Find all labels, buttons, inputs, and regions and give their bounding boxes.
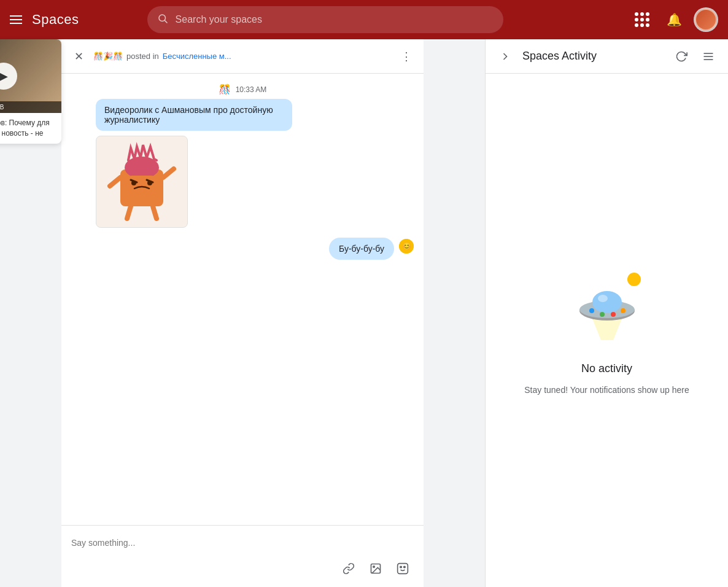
avatar-image (695, 9, 717, 31)
svg-point-16 (373, 566, 375, 568)
svg-point-8 (147, 181, 152, 185)
svg-point-27 (598, 295, 608, 302)
svg-line-11 (127, 206, 131, 219)
emoji-button[interactable] (392, 558, 414, 580)
video-person-label: ИГОРЬ АШМАНОВ (0, 101, 61, 113)
svg-line-1 (165, 20, 167, 23)
panel-menu-button[interactable] (699, 47, 718, 66)
search-input[interactable] (176, 14, 494, 25)
top-navigation: Spaces 🔔 (0, 0, 728, 39)
svg-point-19 (404, 566, 406, 568)
svg-point-0 (159, 15, 166, 21)
chat-panel: ▶ ИГОРЬ АШМАНОВ Игорь Ашманов: Почему дл… (61, 39, 424, 587)
chat-messages: 🎊 10:33 AM Видеоролик с Ашмановым про до… (61, 74, 424, 525)
apps-button[interactable] (630, 7, 654, 32)
svg-point-26 (592, 291, 622, 313)
chat-input-area (61, 525, 424, 587)
svg-line-10 (163, 169, 174, 177)
message-group: 🎊 10:33 AM Видеоролик с Ашмановым про до… (71, 84, 414, 260)
panel-title: Spaces Activity (522, 50, 664, 63)
refresh-button[interactable] (672, 47, 691, 66)
grid-icon (635, 12, 649, 27)
svg-text:😊: 😊 (402, 241, 411, 251)
sticker-image (96, 136, 188, 228)
bell-icon: 🔔 (667, 12, 682, 27)
message-header: 🎊 10:33 AM (71, 84, 414, 95)
link-button[interactable] (338, 558, 360, 580)
empty-illustration (564, 266, 650, 352)
reply-avatar: 😊 (399, 239, 414, 254)
chat-tools (71, 558, 414, 580)
svg-point-7 (131, 181, 136, 185)
play-icon: ▶ (0, 69, 8, 83)
nav-right-actions: 🔔 (630, 7, 718, 32)
message-timestamp: 10:33 AM (236, 85, 267, 94)
empty-state: No activity Stay tuned! Your notificatio… (486, 74, 728, 587)
reply-row: Бу-бу-бу-бу 😊 (71, 233, 414, 260)
sticker-message (96, 136, 414, 228)
image-button[interactable] (365, 558, 387, 580)
right-panel: Spaces Activity (485, 39, 728, 587)
svg-point-31 (621, 308, 625, 313)
expand-panel-button[interactable] (495, 47, 515, 66)
app-logo: Spaces (32, 12, 79, 28)
video-title: Игорь Ашманов: Почему для СМИ хорошая но… (0, 113, 61, 144)
posted-text: posted in (126, 52, 159, 61)
svg-rect-17 (398, 564, 408, 574)
svg-line-12 (153, 206, 157, 219)
svg-point-29 (600, 312, 605, 317)
poster-name: 🎊🎉🎊 (93, 52, 123, 61)
moon-decoration (627, 273, 641, 286)
notifications-button[interactable]: 🔔 (662, 7, 686, 32)
middle-spacer (424, 39, 485, 587)
chat-input[interactable] (71, 533, 414, 553)
hamburger-menu-button[interactable] (10, 15, 22, 24)
video-card[interactable]: ▶ ИГОРЬ АШМАНОВ Игорь Ашманов: Почему дл… (0, 39, 61, 144)
no-activity-title: No activity (581, 362, 632, 375)
search-icon (157, 13, 168, 27)
more-options-button[interactable]: ⋮ (397, 47, 416, 66)
close-button[interactable]: ✕ (69, 47, 88, 66)
space-name[interactable]: Бесчисленные м... (163, 52, 231, 61)
sender-avatar-emoji: 🎊 (219, 84, 231, 95)
message-bubble: Видеоролик с Ашмановым про достойную жур… (96, 99, 292, 131)
posted-info: 🎊🎉🎊 posted in Бесчисленные м... (93, 52, 392, 61)
main-layout: ▶ ИГОРЬ АШМАНОВ Игорь Ашманов: Почему дл… (0, 39, 728, 587)
reply-bubble: Бу-бу-бу-бу (329, 238, 394, 260)
svg-point-30 (611, 312, 616, 317)
account-avatar[interactable] (694, 7, 718, 32)
svg-point-18 (400, 566, 402, 568)
no-activity-subtitle: Stay tuned! Your notifications show up h… (524, 385, 689, 395)
svg-point-28 (589, 308, 594, 313)
svg-line-9 (110, 177, 120, 186)
search-bar (147, 6, 503, 33)
right-panel-header: Spaces Activity (486, 39, 728, 74)
chat-header: ✕ 🎊🎉🎊 posted in Бесчисленные м... ⋮ (61, 39, 424, 74)
video-thumbnail: ▶ ИГОРЬ АШМАНОВ (0, 39, 61, 113)
